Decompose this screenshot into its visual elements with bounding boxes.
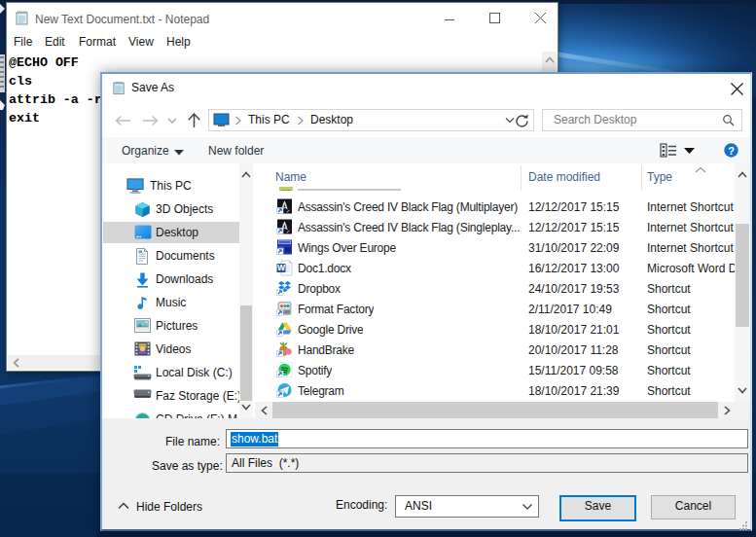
svg-text:W: W (277, 263, 286, 272)
svg-text:?: ? (728, 145, 735, 157)
